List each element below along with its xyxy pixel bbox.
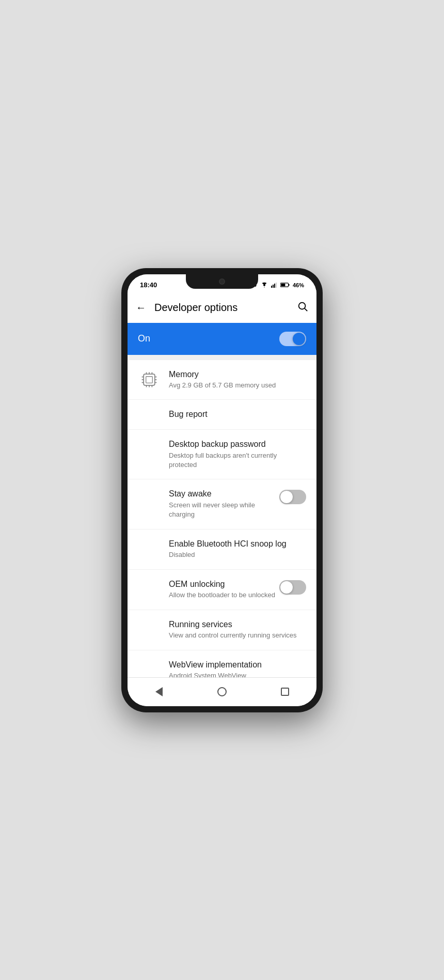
running-services-content: Running services View and control curren… [169, 619, 306, 641]
bluetooth-hci-content: Enable Bluetooth HCI snoop log Disabled [169, 539, 306, 560]
stay-awake-toggle[interactable] [279, 490, 306, 504]
svg-rect-5 [289, 284, 290, 286]
bottom-navigation [128, 677, 316, 706]
oem-unlocking-toggle-area [279, 579, 306, 595]
recents-nav-icon [281, 688, 289, 696]
svg-rect-2 [274, 284, 275, 288]
search-icon [297, 301, 308, 312]
toggle-thumb [280, 491, 293, 503]
stay-awake-content: Stay awake Screen will never sleep while… [169, 489, 279, 519]
list-item[interactable]: Desktop backup password Desktop full bac… [128, 430, 316, 479]
wifi-icon [261, 282, 268, 288]
svg-point-7 [299, 303, 306, 309]
webview-subtitle: Android System WebView [169, 671, 306, 677]
desktop-backup-title: Desktop backup password [169, 439, 306, 450]
memory-subtitle: Avg 2.9 GB of 5.7 GB memory used [169, 381, 306, 390]
oem-unlocking-icon-placeholder [138, 579, 161, 580]
svg-rect-9 [144, 374, 155, 385]
oem-unlocking-title: OEM unlocking [169, 579, 279, 590]
nav-home-button[interactable] [209, 682, 235, 701]
battery-icon [280, 282, 290, 288]
running-services-title: Running services [169, 619, 306, 630]
page-title: Developer options [154, 302, 297, 314]
webview-icon-placeholder [138, 660, 161, 661]
svg-rect-0 [271, 286, 272, 288]
notch [186, 274, 258, 289]
oem-unlocking-content: OEM unlocking Allow the bootloader to be… [169, 579, 279, 600]
back-nav-icon [155, 687, 163, 696]
desktop-backup-subtitle: Desktop full backups aren't currently pr… [169, 451, 306, 470]
svg-rect-3 [276, 283, 277, 288]
webview-title: WebView implementation [169, 660, 306, 671]
signal-icon [271, 282, 277, 288]
desktop-backup-icon-placeholder [138, 439, 161, 440]
svg-rect-6 [281, 284, 285, 286]
memory-icon-area [138, 369, 161, 389]
toggle-thumb [293, 333, 305, 345]
bug-report-title: Bug report [169, 409, 306, 420]
running-services-subtitle: View and control currently running servi… [169, 631, 306, 640]
stay-awake-icon-placeholder [138, 489, 161, 490]
developer-toggle-label: On [138, 333, 150, 344]
toggle-thumb [280, 581, 293, 594]
svg-rect-10 [146, 376, 153, 383]
bug-report-content: Bug report [169, 409, 306, 420]
home-nav-icon [217, 687, 227, 696]
top-bar: ← Developer options [128, 293, 316, 323]
stay-awake-subtitle: Screen will never sleep while charging [169, 501, 279, 519]
list-item[interactable]: OEM unlocking Allow the bootloader to be… [128, 570, 316, 610]
running-services-icon-placeholder [138, 619, 161, 620]
list-item[interactable]: Running services View and control curren… [128, 610, 316, 650]
list-item[interactable]: Memory Avg 2.9 GB of 5.7 GB memory used [128, 360, 316, 400]
nav-back-button[interactable] [146, 682, 172, 701]
developer-toggle-banner[interactable]: On [128, 323, 316, 355]
list-item[interactable]: Stay awake Screen will never sleep while… [128, 479, 316, 529]
phone-frame: 18:40 🖼 ⬇ [121, 268, 323, 712]
status-time: 18:40 [140, 281, 157, 289]
stay-awake-toggle-area [279, 489, 306, 504]
bluetooth-hci-title: Enable Bluetooth HCI snoop log [169, 539, 306, 550]
list-item[interactable]: WebView implementation Android System We… [128, 650, 316, 677]
bug-report-icon-placeholder [138, 409, 161, 410]
memory-title: Memory [169, 369, 306, 380]
webview-content: WebView implementation Android System We… [169, 660, 306, 677]
section-divider [128, 355, 316, 360]
list-item[interactable]: Bug report [128, 400, 316, 430]
oem-unlocking-toggle[interactable] [279, 580, 306, 595]
back-button[interactable]: ← [136, 302, 146, 314]
bluetooth-hci-subtitle: Disabled [169, 550, 306, 559]
svg-line-8 [305, 308, 307, 311]
phone-screen: 18:40 🖼 ⬇ [128, 274, 316, 706]
nav-recents-button[interactable] [272, 682, 298, 701]
camera [219, 278, 225, 285]
stay-awake-title: Stay awake [169, 489, 279, 500]
desktop-backup-content: Desktop backup password Desktop full bac… [169, 439, 306, 470]
svg-rect-1 [273, 285, 274, 288]
bluetooth-icon-placeholder [138, 539, 161, 540]
list-item[interactable]: Enable Bluetooth HCI snoop log Disabled [128, 530, 316, 570]
developer-toggle-switch[interactable] [279, 332, 306, 346]
battery-percent: 46% [293, 282, 304, 288]
oem-unlocking-subtitle: Allow the bootloader to be unlocked [169, 590, 279, 600]
settings-list: Memory Avg 2.9 GB of 5.7 GB memory used … [128, 360, 316, 677]
memory-content: Memory Avg 2.9 GB of 5.7 GB memory used [169, 369, 306, 391]
search-button[interactable] [297, 301, 308, 315]
chip-icon [140, 370, 158, 389]
